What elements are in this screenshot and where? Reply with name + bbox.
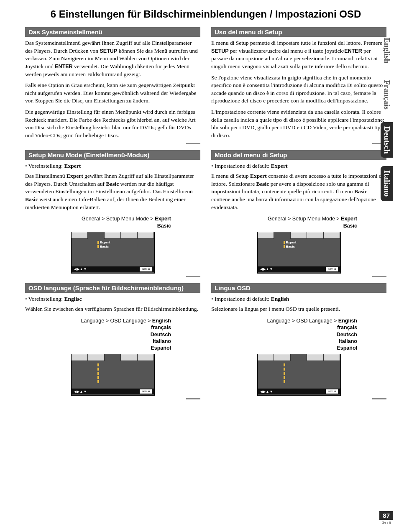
heading-modo-setup: Modo del menu di Setup [211,150,386,160]
setup-label: SETUP [211,48,229,54]
osd-option [260,363,338,367]
default-bullet: • Impostazione di default: Expert [211,162,386,170]
default-bullet: • Voreinstellung: Expert [25,162,200,170]
osd-tabs [258,354,340,361]
setup-label: SETUP [100,48,117,54]
nav-arrows-icon: ◀▶▲▼ [260,390,274,394]
setup-badge: SETUP [326,389,338,394]
osd-option [74,367,152,371]
paragraph: Il menu di Setup Expert consente di aver… [211,172,386,211]
paragraph: Wählen Sie zwischen den verfügbaren Spra… [25,305,200,313]
osd-option [74,363,152,367]
osd-option: Expert [74,240,152,245]
osd-option [260,379,338,384]
osd-breadcrumb: General > Setup Menu Mode > Expert Basic [25,215,200,229]
chapter-title: 6 Einstellungen für Bildschirmeinblendun… [25,8,386,20]
heading-system-settings: Das Systemeinstellmenü [25,27,200,37]
osd-option: Expert [260,240,338,245]
right-column: Uso del menu di Setup Il menu di Setup p… [211,27,386,399]
setup-badge: SETUP [140,389,151,394]
osd-breadcrumb: Language > OSD Language > English frança… [211,317,386,351]
paragraph: Falls eine Option in Grau erscheint, kan… [25,82,200,105]
paragraph: Das Einstellmenü Expert gewährt Ihnen Zu… [25,172,200,211]
paragraph: L'impostazione corrente viene evidenziat… [211,108,386,140]
heading-lingua-osd: Lingua OSD [211,283,386,293]
lang-tab-english[interactable]: English [381,33,393,67]
osd-option [74,375,152,379]
osd-tabs [72,232,154,239]
page-number-box: 87 Ge / It [379,511,393,524]
lang-tab-francais[interactable]: Français [381,76,393,114]
enter-label: ENTER [344,48,362,54]
section-end-rule [211,398,386,399]
osd-option: Basic [74,245,152,249]
osd-option [74,371,152,375]
section-end-rule [211,276,386,277]
osd-illustration-language: Language > OSD Language > English frança… [25,317,200,396]
lang-tab-italiano[interactable]: Italiano [381,166,393,201]
language-tabs: English Français Deutsch Italiano [381,33,393,201]
osd-tabs [72,354,154,361]
default-bullet: • Voreinstellung: Englisc [25,295,200,303]
osd-option [260,371,338,375]
section-end-rule [25,143,200,144]
osd-illustration-language: Language > OSD Language > English frança… [211,317,386,396]
osd-option: Basic [260,245,338,249]
osd-breadcrumb: General > Setup Menu Mode > Expert Basic [211,215,386,229]
chapter-rule [25,22,386,22]
heading-osd-language: OSD language (Sprache für Bildschirmeinb… [25,283,200,293]
enter-label: ENTER [55,64,72,69]
page-number: 87 [379,511,393,520]
osd-option [74,379,152,384]
nav-arrows-icon: ◀▶▲▼ [74,390,87,394]
osd-option [260,367,338,371]
page-sublabel: Ge / It [379,521,393,524]
section-end-rule [211,143,386,144]
paragraph: Das Systemeinstellmenü gewährt Ihnen Zug… [25,39,200,78]
lang-tab-deutsch[interactable]: Deutsch [381,122,393,158]
left-column: Das Systemeinstellmenü Das Systemeinstel… [25,27,200,399]
setup-badge: SETUP [140,267,151,271]
osd-illustration-setup-mode: General > Setup Menu Mode > Expert Basic… [211,215,386,274]
default-bullet: • Impostazione di default: English [211,295,386,303]
paragraph: Selezionare la lingua per i menu OSD tra… [211,305,386,313]
osd-tabs [258,232,340,239]
heading-uso-setup: Uso del menu di Setup [211,27,386,37]
osd-illustration-setup-mode: General > Setup Menu Mode > Expert Basic… [25,215,200,274]
osd-option [260,375,338,379]
heading-setup-menu-mode: Setup Menu Mode (Einstellmenü-Modus) [25,150,200,160]
paragraph: Il menu di Setup permette di impostare t… [211,39,386,71]
paragraph: Die gegenwärtige Einstellung für einen M… [25,108,200,140]
section-end-rule [25,398,200,399]
setup-badge: SETUP [326,267,338,271]
nav-arrows-icon: ◀▶▲▼ [260,267,274,271]
section-end-rule [25,276,200,277]
osd-breadcrumb: Language > OSD Language > English frança… [25,317,200,351]
nav-arrows-icon: ◀▶▲▼ [74,267,87,271]
paragraph: Se l'opzione viene visualizzata in grigi… [211,74,386,105]
